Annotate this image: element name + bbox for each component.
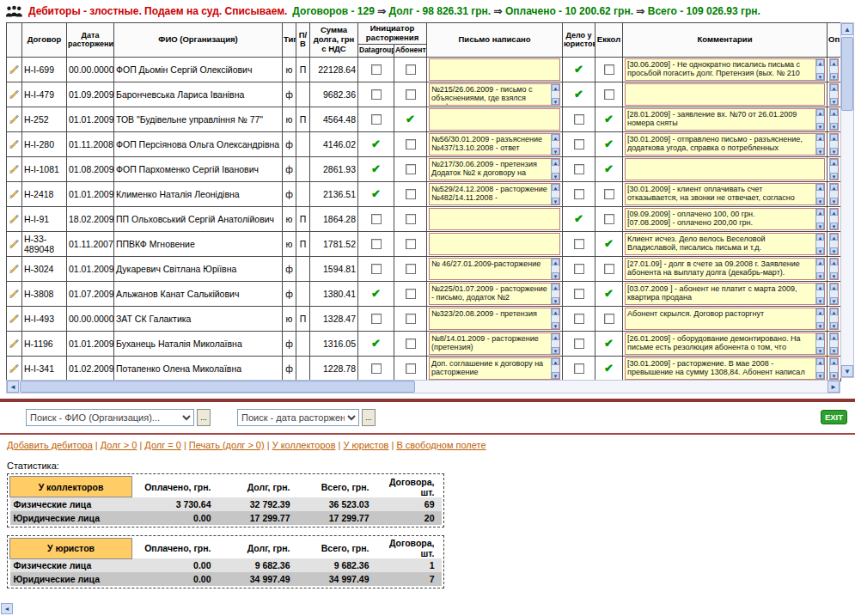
filter-link[interactable]: В свободном полете — [396, 440, 486, 450]
textarea-scrollbar[interactable]: ▲▼ — [815, 284, 824, 304]
scroll-up-icon[interactable]: ▲ — [552, 308, 559, 315]
edit-icon[interactable] — [9, 137, 20, 150]
paid-textarea[interactable]: ▲▼ — [829, 357, 839, 380]
scroll-up-icon[interactable]: ▲ — [830, 159, 838, 166]
scroll-up-icon[interactable]: ▲ — [816, 358, 824, 365]
textarea-scrollbar[interactable]: ▲▼ — [551, 159, 559, 180]
textarea-scrollbar[interactable]: ▲▼ — [829, 284, 838, 304]
scroll-down-icon[interactable]: ▼ — [552, 372, 559, 379]
scroll-up-icon[interactable]: ▲ — [816, 308, 824, 315]
collector-checkbox[interactable] — [604, 314, 614, 324]
comments-textarea[interactable]: [30.01.2009] - отправлено письмо - разъя… — [625, 133, 825, 156]
lawyers-checkbox[interactable] — [574, 114, 584, 125]
scroll-down-icon[interactable]: ▼ — [830, 372, 838, 379]
datagroup-checkbox[interactable] — [371, 239, 382, 249]
datagroup-checkbox[interactable] — [371, 214, 382, 224]
scroll-up-icon[interactable]: ▲ — [552, 358, 559, 365]
textarea-scrollbar[interactable]: ▲▼ — [551, 134, 559, 155]
scroll-down-icon[interactable]: ▼ — [552, 173, 559, 180]
collector-checkbox[interactable]: ✔ — [604, 287, 614, 300]
comments-textarea[interactable]: [30.01.2009] - клиент оплачивать счет от… — [625, 183, 825, 205]
scroll-down-icon[interactable]: ▼ — [816, 198, 824, 204]
scroll-down-icon[interactable]: ▼ — [552, 198, 559, 204]
scroll-down-icon[interactable]: ▼ — [816, 347, 824, 354]
paid-textarea[interactable]: ▲▼ — [829, 158, 839, 180]
textarea-scrollbar[interactable]: ▲▼ — [551, 333, 559, 354]
scroll-down-icon[interactable]: ▼ — [830, 223, 838, 229]
collector-checkbox[interactable]: ✔ — [604, 162, 614, 175]
scroll-down-icon[interactable]: ▼ — [816, 297, 824, 304]
scroll-up-icon[interactable]: ▲ — [552, 284, 559, 290]
scroll-up-icon[interactable]: ▲ — [830, 284, 838, 290]
paid-textarea[interactable]: ▲▼ — [829, 233, 839, 255]
abonent-checkbox[interactable] — [406, 289, 416, 299]
letter-textarea[interactable]: №56/30.01.2009 - разъяснение №437/13.10.… — [429, 133, 560, 156]
scroll-up-icon[interactable]: ▲ — [552, 184, 559, 191]
paid-textarea[interactable]: ▲▼ — [829, 108, 839, 131]
comments-textarea[interactable]: [27.01.09] - долг в счете за 09.2008 г. … — [625, 258, 825, 280]
abonent-checkbox[interactable] — [406, 214, 416, 224]
textarea-scrollbar[interactable]: ▲▼ — [829, 209, 838, 229]
filter-link[interactable]: Добавить дебитора — [7, 440, 93, 450]
filter-link[interactable]: Долг > 0 — [101, 440, 137, 450]
collector-checkbox[interactable]: ✔ — [604, 237, 614, 250]
scroll-up-icon[interactable]: ▲ — [816, 184, 824, 191]
textarea-scrollbar[interactable]: ▲▼ — [829, 259, 838, 279]
scroll-up-icon[interactable]: ▲ — [830, 184, 838, 191]
collector-checkbox[interactable] — [604, 214, 614, 224]
search-date-browse-button[interactable]: ... — [362, 409, 376, 426]
scroll-down-icon[interactable]: ▼ — [830, 148, 838, 155]
comments-textarea[interactable]: [30.01.2009] - расторжение. В мае 2008 -… — [625, 357, 825, 380]
paid-textarea[interactable]: ▲▼ — [829, 258, 839, 280]
paid-textarea[interactable]: ▲▼ — [829, 208, 839, 230]
scroll-up-icon[interactable]: ▲ — [830, 84, 838, 91]
comments-textarea[interactable]: [26.01.2009] - оборудование демонтирован… — [625, 332, 825, 355]
abonent-checkbox[interactable] — [406, 89, 416, 100]
edit-icon[interactable] — [9, 88, 20, 101]
edit-icon[interactable] — [9, 162, 20, 175]
edit-icon[interactable] — [9, 237, 20, 250]
scroll-down-icon[interactable]: ▼ — [830, 173, 838, 180]
textarea-scrollbar[interactable]: ▲▼ — [551, 259, 559, 279]
letter-textarea[interactable]: №215/26.06.2009 - письмо с объяснениями,… — [429, 83, 560, 106]
table-horizontal-scrollbar[interactable]: ◄ ► — [6, 380, 840, 393]
abonent-checkbox[interactable]: ✔ — [406, 113, 415, 125]
collector-checkbox[interactable] — [604, 189, 614, 199]
scroll-down-icon[interactable]: ▼ — [816, 148, 824, 155]
scroll-down-icon[interactable]: ▼ — [816, 123, 824, 130]
scroll-up-icon[interactable]: ▲ — [830, 59, 838, 66]
collector-checkbox[interactable] — [604, 264, 614, 274]
scroll-up-button[interactable]: ▲ — [841, 23, 853, 35]
edit-icon[interactable] — [9, 187, 20, 200]
edit-icon[interactable] — [9, 362, 20, 375]
textarea-scrollbar[interactable]: ▲▼ — [829, 308, 838, 329]
scroll-down-icon[interactable]: ▼ — [830, 198, 838, 204]
scroll-down-icon[interactable]: ▼ — [816, 372, 824, 379]
comments-textarea[interactable] — [625, 158, 825, 180]
scroll-down-icon[interactable]: ▼ — [830, 123, 838, 130]
edit-icon[interactable] — [9, 63, 20, 76]
abonent-checkbox[interactable] — [406, 363, 416, 374]
scroll-up-icon[interactable]: ▲ — [830, 333, 838, 340]
scroll-down-icon[interactable]: ▼ — [816, 223, 824, 229]
abonent-checkbox[interactable] — [406, 239, 416, 249]
datagroup-checkbox[interactable]: ✔ — [371, 137, 381, 150]
vertical-scroll-thumb[interactable] — [841, 37, 853, 111]
scroll-up-icon[interactable]: ▲ — [816, 59, 824, 66]
scroll-down-icon[interactable]: ▼ — [816, 73, 824, 80]
textarea-scrollbar[interactable]: ▲▼ — [829, 159, 838, 180]
datagroup-checkbox[interactable]: ✔ — [371, 337, 381, 350]
datagroup-checkbox[interactable]: ✔ — [371, 287, 381, 300]
letter-textarea[interactable]: Доп. соглашение к договору на расторжени… — [429, 357, 560, 380]
textarea-scrollbar[interactable]: ▲▼ — [551, 284, 559, 304]
datagroup-checkbox[interactable] — [371, 89, 382, 100]
scroll-down-icon[interactable]: ▼ — [552, 322, 559, 329]
scroll-down-icon[interactable]: ▼ — [830, 322, 838, 329]
textarea-scrollbar[interactable]: ▲▼ — [815, 134, 824, 155]
edit-icon[interactable] — [9, 262, 20, 275]
page-scroll-left-button[interactable]: ◄ — [1, 603, 13, 614]
paid-textarea[interactable]: ▲▼ — [829, 332, 839, 355]
textarea-scrollbar[interactable]: ▲▼ — [815, 333, 824, 354]
scroll-up-icon[interactable]: ▲ — [552, 259, 559, 265]
letter-textarea[interactable]: №529/24.12.2008 - расторжение №482/14.11… — [429, 183, 560, 205]
